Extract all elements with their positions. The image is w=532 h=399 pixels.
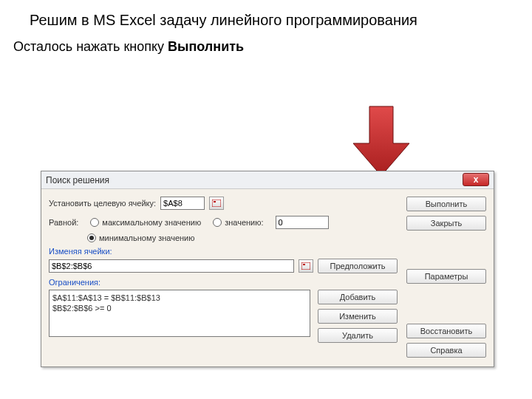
constraints-list[interactable]: $A$11:$A$13 = $B$11:$B$13 $B$2:$B$6 >= 0 — [49, 290, 310, 337]
slide-subtitle-pre: Осталось нажать кнопку — [13, 39, 168, 54]
svg-rect-0 — [212, 200, 221, 207]
dialog-left: Установить целевую ячейку: Равной: макси… — [49, 197, 398, 358]
range-picker-icon — [301, 262, 310, 270]
svg-rect-2 — [301, 262, 310, 270]
help-button[interactable]: Справка — [406, 343, 486, 358]
add-constraint-button[interactable]: Добавить — [318, 290, 398, 304]
svg-rect-3 — [303, 264, 305, 265]
titlebar: Поиск решения x — [41, 171, 494, 189]
changing-cells-input[interactable] — [49, 259, 294, 273]
radio-max-label: максимальному значению — [102, 218, 201, 227]
changing-section-label: Изменяя ячейки: — [49, 247, 398, 256]
constraint-line[interactable]: $A$11:$A$13 = $B$11:$B$13 — [52, 293, 307, 303]
close-button[interactable]: x — [463, 173, 489, 186]
reset-button[interactable]: Восстановить — [406, 324, 486, 338]
radio-icon — [87, 233, 96, 242]
target-cell-label: Установить целевую ячейку: — [49, 199, 156, 208]
dialog-right: Выполнить Закрыть Параметры Восстановить… — [406, 197, 486, 358]
run-button[interactable]: Выполнить — [406, 197, 486, 211]
solver-dialog: Поиск решения x Установить целевую ячейк… — [41, 171, 494, 367]
suggest-button[interactable]: Предположить — [318, 259, 398, 273]
slide-subtitle-bold: Выполнить — [168, 39, 244, 54]
radio-icon — [213, 218, 222, 227]
options-button[interactable]: Параметры — [406, 269, 486, 284]
equal-value-input[interactable] — [276, 216, 329, 229]
edit-constraint-button[interactable]: Изменить — [318, 309, 398, 324]
radio-value-label: значению: — [225, 218, 263, 227]
constraint-line[interactable]: $B$2:$B$6 >= 0 — [52, 303, 307, 313]
radio-min[interactable]: минимальному значению — [87, 233, 398, 242]
equal-label: Равной: — [49, 218, 78, 227]
close-icon: x — [474, 174, 479, 185]
titlebar-text: Поиск решения — [46, 175, 109, 185]
svg-rect-1 — [214, 201, 216, 202]
slide-subtitle: Осталось нажать кнопку Выполнить — [0, 39, 532, 55]
radio-min-label: минимальному значению — [99, 233, 195, 242]
constraints-section-label: Ограничения: — [49, 278, 398, 287]
changing-ref-button[interactable] — [299, 259, 313, 273]
target-ref-button[interactable] — [209, 197, 224, 210]
slide-title: Решим в MS Excel задачу линейного програ… — [0, 0, 532, 39]
radio-max[interactable]: максимальному значению — [90, 218, 201, 227]
range-picker-icon — [212, 200, 221, 207]
arrow-icon — [349, 103, 414, 177]
delete-constraint-button[interactable]: Удалить — [318, 328, 398, 343]
target-cell-input[interactable] — [160, 197, 205, 210]
close-dialog-button[interactable]: Закрыть — [406, 216, 486, 231]
radio-value[interactable]: значению: — [213, 218, 263, 227]
radio-icon — [90, 218, 99, 227]
